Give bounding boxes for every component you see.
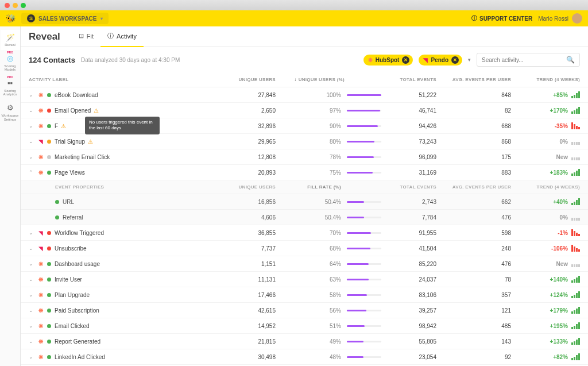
sparkline (571, 307, 580, 314)
nav-workspace-settings[interactable]: ⚙ Workspace Settings (1, 101, 20, 124)
unique-users: 17,466 (224, 292, 276, 298)
status-dot (47, 324, 51, 328)
sub-row[interactable]: URL 16,856 50.4% 2,743 662 +40% (21, 194, 588, 210)
workspace-selector[interactable]: S SALES WORKSPACE ▾ (21, 13, 109, 24)
table-row[interactable]: ⌄ ❋ Marketing Email Click 12,808 78% 96,… (21, 149, 588, 165)
avg-events: 476 (436, 214, 511, 221)
total-events: 85,220 (385, 261, 436, 267)
contact-count: 124 Contacts (29, 56, 75, 64)
table-row[interactable]: ⌄ ❋ Dashboard usage 1,151 64% 85,220 476… (21, 256, 588, 272)
nav-scoring-models[interactable]: PRO ◎ Scoring Models (1, 51, 20, 75)
property-name: Referral (63, 214, 224, 221)
avg-events: 248 (436, 245, 511, 252)
close-icon[interactable]: ✕ (451, 56, 459, 64)
table-row[interactable]: ⌃ ❋ Page Views 20,893 75% 31,169 883 +18… (21, 165, 588, 180)
expand-chevron[interactable]: ⌄ (29, 307, 37, 313)
table-row[interactable]: ⌄ ❋ LinkedIn Ad Clicked 30,498 48% 23,05… (21, 349, 588, 365)
max-dot[interactable] (21, 3, 26, 8)
table-row[interactable]: ⌄ ❋ F ⚠ No users triggered this event in… (21, 118, 588, 134)
col-users[interactable]: UNIQUE USERS (224, 77, 276, 82)
sparkline (571, 91, 580, 98)
hubspot-icon: ❋ (38, 338, 43, 345)
activity-name: Marketing Email Click (55, 154, 224, 160)
total-events: 98,942 (385, 323, 436, 329)
col-users-pct[interactable]: ↓UNIQUE USERS (%) (276, 77, 345, 82)
search-icon: 🔍 (566, 56, 575, 64)
expand-chevron[interactable]: ⌄ (29, 230, 37, 236)
trend-cell: New (511, 260, 580, 267)
user-menu[interactable]: Mario Rossi (538, 13, 582, 24)
users-pct: 49% (276, 338, 345, 345)
table-row[interactable]: ⌄ ❋ Report Generated 21,815 49% 55,805 1… (21, 334, 588, 349)
sparkline (571, 153, 580, 160)
expand-chevron[interactable]: ⌄ (29, 154, 37, 160)
col-avg[interactable]: AVG. EVENTS PER USER (436, 77, 511, 82)
avg-events: 78 (436, 276, 511, 283)
nav-reveal[interactable]: 🪄 Reveal (1, 30, 20, 50)
source-name: HubSpot (376, 57, 400, 63)
sparkline (571, 122, 580, 129)
progress-bar (347, 94, 381, 96)
expand-chevron[interactable]: ⌄ (29, 123, 37, 129)
expand-chevron[interactable]: ⌄ (29, 276, 37, 282)
hubspot-icon: ❋ (38, 307, 43, 314)
progress-bar (347, 172, 381, 174)
table-row[interactable]: ⌄ ◥ Workflow Triggered 36,855 70% 91,955… (21, 225, 588, 241)
table-row[interactable]: ⌄ ❋ Email Opened ⚠ 2,650 97% 46,741 82 +… (21, 103, 588, 118)
expand-chevron[interactable]: ⌄ (29, 323, 37, 329)
expand-chevron[interactable]: ⌄ (29, 92, 37, 98)
chevron-down-icon[interactable]: ▾ (468, 57, 471, 63)
expand-chevron[interactable]: ⌄ (29, 338, 37, 344)
activity-name: Dashboard usage (55, 261, 224, 267)
unique-users: 21,815 (224, 338, 276, 345)
expand-chevron[interactable]: ⌄ (29, 354, 37, 360)
nav-scoring-analytics[interactable]: PRO ▪▪ Scoring Analytics (1, 76, 20, 99)
close-icon[interactable]: ✕ (402, 56, 409, 64)
expand-chevron[interactable]: ⌄ (29, 107, 37, 113)
users-pct: 75% (276, 169, 345, 176)
tab-fit[interactable]: ⊡ Fit (72, 26, 100, 47)
table-row[interactable]: ⌄ ❋ eBook Download 27,848 100% 51,222 84… (21, 87, 588, 103)
expand-chevron[interactable]: ⌄ (29, 138, 37, 144)
col-label[interactable]: ACTIVITY LABEL (29, 77, 224, 82)
search-box[interactable]: 🔍 (477, 53, 580, 67)
min-dot[interactable] (13, 3, 18, 8)
table-row[interactable]: ⌄ ❋ Email Clicked 14,952 51% 98,942 485 … (21, 318, 588, 334)
tab-activity[interactable]: ⓘ Activity (100, 26, 144, 47)
sub-row[interactable]: Referral 4,606 50.4% 7,784 476 0% (21, 210, 588, 225)
expand-chevron[interactable]: ⌄ (29, 261, 37, 267)
activity-name: Workflow Triggered (55, 230, 224, 236)
hubspot-icon: ❋ (38, 92, 43, 98)
avg-events: 92 (436, 354, 511, 360)
sliders-icon: ⚙ (6, 103, 15, 113)
col-events[interactable]: TOTAL EVENTS (385, 77, 436, 82)
search-input[interactable] (482, 57, 566, 63)
avg-events: 883 (436, 169, 511, 176)
close-dot[interactable] (5, 3, 10, 8)
activity-name: Trial Signup ⚠ (55, 138, 224, 145)
trend-cell: 0% (511, 138, 580, 145)
expand-chevron[interactable]: ⌄ (29, 245, 37, 251)
progress-bar (347, 141, 381, 142)
table-row[interactable]: ⌄ ◥ Trial Signup ⚠ 29,965 80% 73,243 868… (21, 134, 588, 149)
activity-name: Email Opened ⚠ (55, 107, 224, 114)
chevron-down-icon: ▾ (100, 16, 103, 21)
support-link[interactable]: ⓘ SUPPORT CENTER (471, 14, 532, 22)
sparkline (571, 276, 580, 283)
users-pct: 70% (276, 230, 345, 236)
workspace-name: SALES WORKSPACE (38, 16, 97, 22)
table-row[interactable]: ⌄ ❋ Plan Upgrade 17,466 58% 83,106 357 +… (21, 287, 588, 303)
source-pill-pendo[interactable]: ◥ Pendo ✕ (419, 55, 462, 66)
expand-chevron[interactable]: ⌄ (29, 292, 37, 298)
trend-cell: +140% (511, 276, 580, 283)
total-events: 51,222 (385, 92, 436, 98)
table-row[interactable]: ⌄ ◥ Unsubscribe 7,737 68% 41,504 248 -10… (21, 241, 588, 256)
table-row[interactable]: ⌄ ❋ Invite User 11,131 63% 24,037 78 +14… (21, 272, 588, 287)
table-row[interactable]: ⌄ ❋ Paid Subscription 42,615 56% 39,257 … (21, 303, 588, 318)
source-pill-hubspot[interactable]: ❋ HubSpot ✕ (363, 55, 413, 66)
col-trend[interactable]: TREND (4 WEEKS) (511, 77, 580, 82)
total-events: 31,169 (385, 169, 436, 176)
expand-chevron[interactable]: ⌃ (29, 169, 37, 175)
total-events: 24,037 (385, 276, 436, 283)
activity-name: F ⚠ No users triggered this event in the… (55, 123, 224, 129)
